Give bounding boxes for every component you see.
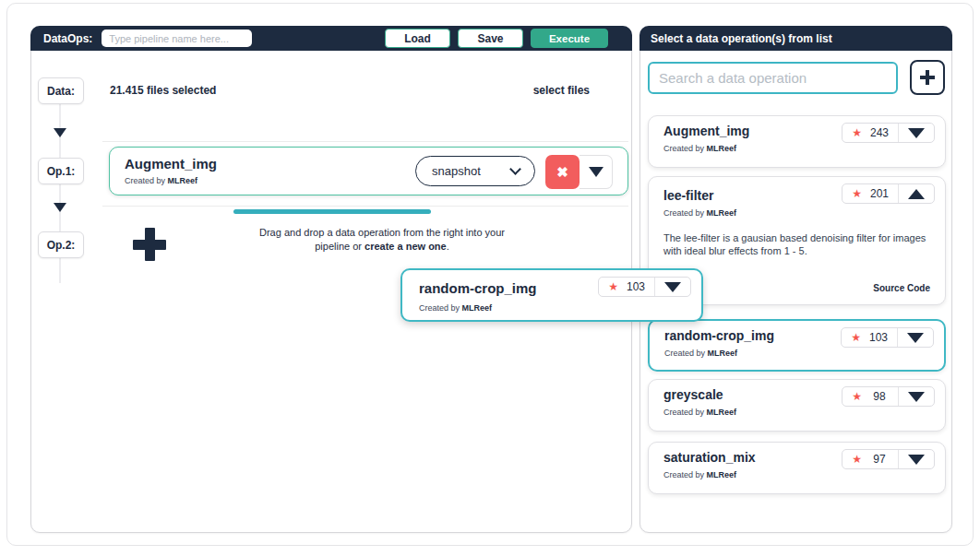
star-icon: ★ <box>852 453 862 466</box>
plus-icon <box>133 228 166 261</box>
dragged-operation-card[interactable]: random-crop_img Created by MLReef ★ 103 <box>400 268 703 322</box>
expand-toggle[interactable] <box>899 455 934 465</box>
operation-created-by: Created by MLReef <box>663 408 736 417</box>
operation-created-by: Created by MLReef <box>664 349 737 358</box>
star-icon: ★ <box>608 280 618 293</box>
create-new-one-link[interactable]: create a new one <box>365 241 447 252</box>
collapse-toggle[interactable] <box>899 189 934 199</box>
operations-panel-title: Select a data operation(s) from list <box>651 32 832 45</box>
row-separator <box>102 206 628 207</box>
drop-text-line1: Drag and drop a data operation from the … <box>259 227 505 238</box>
star-badge[interactable]: ★ 97 <box>842 449 935 469</box>
data-step-label: Data: <box>47 85 75 98</box>
star-badge[interactable]: ★ 103 <box>598 277 691 297</box>
row-separator <box>102 141 628 142</box>
drop-position-indicator <box>233 209 431 214</box>
pipeline-name-input[interactable] <box>102 30 252 47</box>
operation-title: Augment_img <box>663 124 749 138</box>
created-author: MLReef <box>707 470 737 479</box>
star-icon: ★ <box>852 390 862 403</box>
expand-toggle[interactable] <box>898 333 933 343</box>
dataops-label: DataOps: <box>43 32 92 45</box>
operation-title: random-crop_img <box>664 328 774 343</box>
flow-arrow-icon <box>54 203 66 212</box>
star-count: 201 <box>868 187 890 200</box>
triangle-down-icon <box>908 392 925 402</box>
operation-card[interactable]: greyscale Created by MLReef ★ 98 <box>648 379 946 432</box>
collapse-operation-button[interactable] <box>580 155 613 189</box>
select-files-link[interactable]: select files <box>533 84 590 97</box>
save-button[interactable]: Save <box>458 29 523 48</box>
star-icon: ★ <box>851 331 861 344</box>
triangle-down-icon <box>908 128 925 138</box>
op1-step-label: Op.1: <box>47 165 76 178</box>
triangle-down-icon <box>907 333 924 343</box>
created-prefix: Created by <box>125 176 168 185</box>
expand-toggle[interactable] <box>899 392 934 402</box>
dragged-card-title: random-crop_img <box>419 280 537 296</box>
operation-created-by: Created by MLReef <box>663 208 736 218</box>
op1-card-title: Augment_img <box>125 156 217 172</box>
star-badge[interactable]: ★ 103 <box>841 327 934 348</box>
created-author: MLReef <box>707 208 737 218</box>
operation-title: saturation_mix <box>663 450 756 465</box>
snapshot-dropdown[interactable]: snapshot <box>415 156 535 186</box>
created-prefix: Created by <box>419 303 462 313</box>
star-count: 103 <box>867 331 890 344</box>
star-count: 98 <box>868 390 890 403</box>
source-code-link[interactable]: Source Code <box>873 283 930 293</box>
operation-title: lee-filter <box>663 188 713 203</box>
triangle-down-icon <box>908 455 925 465</box>
created-prefix: Created by <box>663 208 707 218</box>
operation-description: The lee-filter is a gausian based denois… <box>663 231 937 257</box>
execute-button[interactable]: Execute <box>531 29 608 48</box>
chevron-down-icon <box>509 163 521 175</box>
snapshot-dropdown-value: snapshot <box>432 164 481 178</box>
load-button[interactable]: Load <box>385 29 450 48</box>
star-badge[interactable]: ★ 201 <box>842 183 935 204</box>
created-author: MLReef <box>168 176 198 185</box>
operation-card[interactable]: Augment_img Created by MLReef ★ 243 <box>648 115 946 168</box>
op1-card-created-by: Created by MLReef <box>125 176 197 185</box>
mlreef-dataops-screen: DataOps: Load Save Execute Data: 21.415 … <box>0 0 980 556</box>
created-prefix: Created by <box>664 349 708 358</box>
toolbar-buttons: Load Save Execute <box>385 29 608 48</box>
operation-card[interactable]: saturation_mix Created by MLReef ★ 97 <box>648 442 946 494</box>
star-badge[interactable]: ★ 98 <box>842 386 935 407</box>
remove-operation-button[interactable]: ✖ <box>545 155 580 189</box>
star-count: 103 <box>625 280 647 293</box>
op1-card[interactable]: Augment_img Created by MLReef snapshot ✖ <box>109 147 628 195</box>
created-prefix: Created by <box>663 408 707 417</box>
star-count: 97 <box>868 453 890 466</box>
created-prefix: Created by <box>663 470 707 479</box>
drop-zone-text: Drag and drop a data operation from the … <box>197 226 567 254</box>
created-author: MLReef <box>707 144 737 153</box>
operation-created-by: Created by MLReef <box>663 144 736 153</box>
star-badge[interactable]: ★ 243 <box>842 123 935 143</box>
dragged-card-created-by: Created by MLReef <box>419 303 492 313</box>
triangle-down-icon <box>664 282 681 292</box>
op2-step-box: Op.2: <box>38 231 84 258</box>
files-selected-text: 21.415 files selected <box>110 84 216 97</box>
star-icon: ★ <box>852 187 862 200</box>
op1-step-box: Op.1: <box>38 158 84 184</box>
pipeline-toolbar: DataOps: Load Save Execute <box>30 26 632 51</box>
triangle-up-icon <box>908 189 925 199</box>
add-operation-button[interactable] <box>910 60 945 95</box>
star-count: 243 <box>868 126 890 139</box>
operation-card[interactable]: random-crop_img Created by MLReef ★ 103 <box>648 319 946 372</box>
star-icon: ★ <box>852 126 862 139</box>
expand-toggle[interactable] <box>899 128 934 138</box>
expand-toggle[interactable] <box>655 282 690 292</box>
drop-text-line2: pipeline or <box>315 241 365 252</box>
search-operation-input[interactable] <box>648 62 898 94</box>
op1-card-actions: ✖ <box>545 155 613 189</box>
operation-created-by: Created by MLReef <box>663 470 736 479</box>
operation-title: greyscale <box>663 387 723 402</box>
created-author: MLReef <box>708 349 738 358</box>
op2-step-label: Op.2: <box>47 239 76 252</box>
data-step-box: Data: <box>38 77 84 104</box>
triangle-down-icon <box>589 167 604 177</box>
created-prefix: Created by <box>663 144 707 153</box>
operations-panel-header: Select a data operation(s) from list <box>639 26 952 51</box>
